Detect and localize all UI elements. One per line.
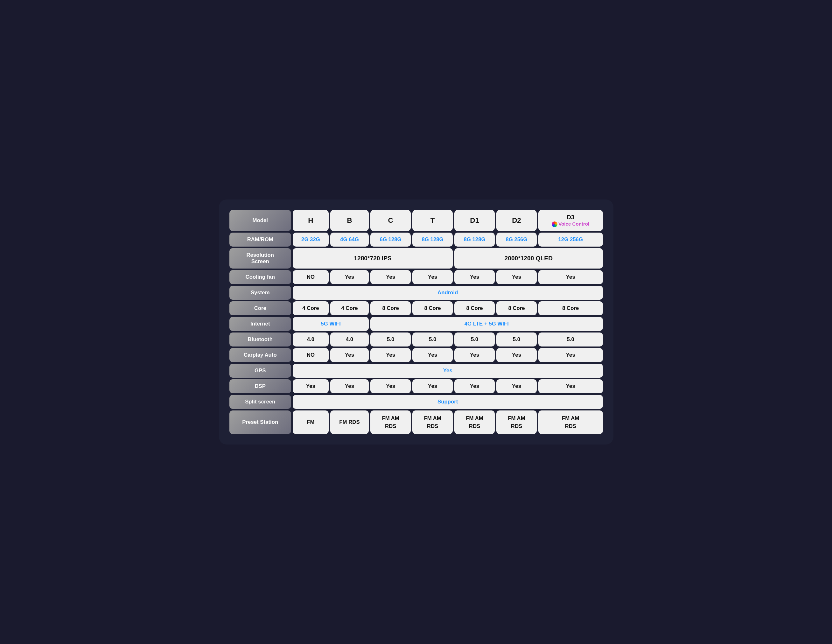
split-screen-row: Split screen Support <box>229 395 603 409</box>
carplay-t: Yes <box>412 348 453 362</box>
carplay-b: Yes <box>330 348 369 362</box>
resolution-row: Resolution Screen 1280*720 IPS 2000*1200… <box>229 248 603 269</box>
bluetooth-h: 4.0 <box>293 333 329 346</box>
bluetooth-d1: 5.0 <box>454 333 495 346</box>
resolution-low: 1280*720 IPS <box>293 248 453 269</box>
bluetooth-c: 5.0 <box>370 333 411 346</box>
ram-rom-d3: 12G 256G <box>538 232 603 247</box>
preset-h: FM <box>293 410 329 434</box>
core-c: 8 Core <box>370 301 411 315</box>
dsp-c: Yes <box>370 379 411 393</box>
core-d2: 8 Core <box>496 301 537 315</box>
resolution-high: 2000*1200 QLED <box>454 248 603 269</box>
ram-rom-t: 8G 128G <box>412 232 453 247</box>
bluetooth-row: Bluetooth 4.0 4.0 5.0 5.0 5.0 5.0 5.0 <box>229 333 603 346</box>
col-c: C <box>370 210 411 231</box>
gps-row: GPS Yes <box>229 364 603 378</box>
col-h: H <box>293 210 329 231</box>
dsp-d2: Yes <box>496 379 537 393</box>
ram-rom-d1: 8G 128G <box>454 232 495 247</box>
carplay-h: NO <box>293 348 329 362</box>
cooling-fan-t: Yes <box>412 270 453 284</box>
internet-row: Internet 5G WIFI 4G LTE + 5G WIFI <box>229 317 603 331</box>
carplay-header: Carplay Auto <box>229 348 291 362</box>
carplay-d3: Yes <box>538 348 603 362</box>
gps-header: GPS <box>229 364 291 378</box>
comparison-table: Model H B C T D1 D2 D3 Voice Control RAM… <box>228 208 605 436</box>
dsp-b: Yes <box>330 379 369 393</box>
cooling-fan-d1: Yes <box>454 270 495 284</box>
resolution-header: Resolution Screen <box>229 248 291 269</box>
internet-ctd: 4G LTE + 5G WIFI <box>370 317 603 331</box>
ram-rom-c: 6G 128G <box>370 232 411 247</box>
col-b: B <box>330 210 369 231</box>
core-row: Core 4 Core 4 Core 8 Core 8 Core 8 Core … <box>229 301 603 315</box>
dsp-header: DSP <box>229 379 291 393</box>
preset-d3: FM AM RDS <box>538 410 603 434</box>
col-d3: D3 Voice Control <box>538 210 603 231</box>
main-container: Model H B C T D1 D2 D3 Voice Control RAM… <box>219 200 613 444</box>
preset-c: FM AM RDS <box>370 410 411 434</box>
header-row: Model H B C T D1 D2 D3 Voice Control <box>229 210 603 231</box>
carplay-d2: Yes <box>496 348 537 362</box>
preset-d1: FM AM RDS <box>454 410 495 434</box>
ram-rom-header: RAM/ROM <box>229 232 291 247</box>
preset-d2: FM AM RDS <box>496 410 537 434</box>
carplay-d1: Yes <box>454 348 495 362</box>
bluetooth-header: Bluetooth <box>229 333 291 346</box>
dsp-d1: Yes <box>454 379 495 393</box>
preset-b: FM RDS <box>330 410 369 434</box>
col-d2: D2 <box>496 210 537 231</box>
dsp-row: DSP Yes Yes Yes Yes Yes Yes Yes <box>229 379 603 393</box>
cooling-fan-row: Cooling fan NO Yes Yes Yes Yes Yes Yes <box>229 270 603 284</box>
system-value: Android <box>293 286 603 300</box>
voice-icon <box>552 221 557 227</box>
core-b: 4 Core <box>330 301 369 315</box>
bluetooth-d2: 5.0 <box>496 333 537 346</box>
split-screen-value: Support <box>293 395 603 409</box>
preset-row: Preset Station FM FM RDS FM AM RDS FM AM… <box>229 410 603 434</box>
carplay-row: Carplay Auto NO Yes Yes Yes Yes Yes Yes <box>229 348 603 362</box>
d3-model-label: D3 <box>541 214 600 221</box>
col-d1: D1 <box>454 210 495 231</box>
bluetooth-t: 5.0 <box>412 333 453 346</box>
system-row: System Android <box>229 286 603 300</box>
bluetooth-d3: 5.0 <box>538 333 603 346</box>
ram-rom-h: 2G 32G <box>293 232 329 247</box>
core-d3: 8 Core <box>538 301 603 315</box>
core-header: Core <box>229 301 291 315</box>
model-header: Model <box>229 210 291 231</box>
d3-voice-label: Voice Control <box>552 221 589 227</box>
core-d1: 8 Core <box>454 301 495 315</box>
internet-header: Internet <box>229 317 291 331</box>
preset-header: Preset Station <box>229 410 291 434</box>
cooling-fan-h: NO <box>293 270 329 284</box>
carplay-c: Yes <box>370 348 411 362</box>
dsp-h: Yes <box>293 379 329 393</box>
dsp-d3: Yes <box>538 379 603 393</box>
core-h: 4 Core <box>293 301 329 315</box>
ram-rom-b: 4G 64G <box>330 232 369 247</box>
ram-rom-row: RAM/ROM 2G 32G 4G 64G 6G 128G 8G 128G 8G… <box>229 232 603 247</box>
bluetooth-b: 4.0 <box>330 333 369 346</box>
cooling-fan-d2: Yes <box>496 270 537 284</box>
col-t: T <box>412 210 453 231</box>
cooling-fan-b: Yes <box>330 270 369 284</box>
system-header: System <box>229 286 291 300</box>
preset-t: FM AM RDS <box>412 410 453 434</box>
cooling-fan-c: Yes <box>370 270 411 284</box>
cooling-fan-header: Cooling fan <box>229 270 291 284</box>
core-t: 8 Core <box>412 301 453 315</box>
split-screen-header: Split screen <box>229 395 291 409</box>
gps-value: Yes <box>293 364 603 378</box>
internet-hb: 5G WIFI <box>293 317 369 331</box>
cooling-fan-d3: Yes <box>538 270 603 284</box>
dsp-t: Yes <box>412 379 453 393</box>
ram-rom-d2: 8G 256G <box>496 232 537 247</box>
